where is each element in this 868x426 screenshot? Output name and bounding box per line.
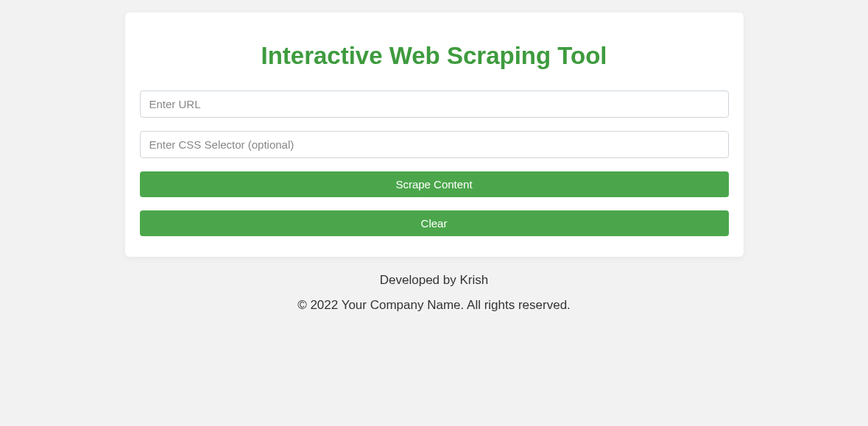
developer-credit: Developed by Krish (0, 273, 868, 288)
page-title: Interactive Web Scraping Tool (140, 42, 729, 70)
scrape-button-group: Scrape Content (140, 171, 729, 197)
url-field-group (140, 90, 729, 118)
clear-button[interactable]: Clear (140, 210, 729, 236)
url-input[interactable] (140, 90, 729, 118)
clear-button-group: Clear (140, 210, 729, 236)
copyright-text: © 2022 Your Company Name. All rights res… (0, 298, 868, 313)
main-card: Interactive Web Scraping Tool Scrape Con… (125, 13, 744, 257)
scrape-button[interactable]: Scrape Content (140, 171, 729, 197)
css-selector-input[interactable] (140, 131, 729, 158)
footer: Developed by Krish © 2022 Your Company N… (0, 273, 868, 313)
selector-field-group (140, 131, 729, 158)
